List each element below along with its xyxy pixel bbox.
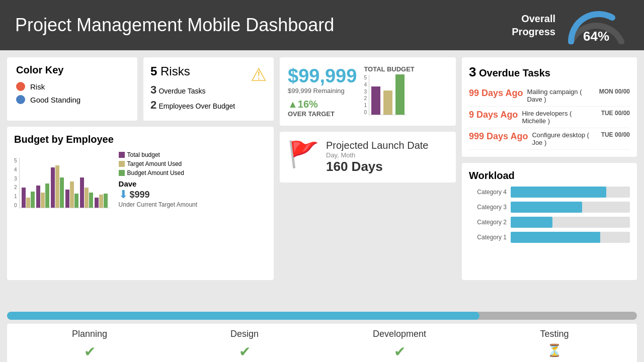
page-title: Project Management Mobile Dashboard <box>15 15 334 36</box>
over-target-label: OVER TARGET <box>288 110 357 118</box>
color-key-card: Color Key Risk Good Standing <box>7 57 137 121</box>
overall-progress: OverallProgress 64% <box>512 7 629 44</box>
total-budget-amount: $99,999 <box>288 65 357 87</box>
stage-design: Design ✔ <box>167 329 322 360</box>
warning-icon: ⚠ <box>251 64 267 85</box>
budget-title: Budget by Employee <box>14 134 267 145</box>
right-column: 3 Overdue Tasks 99 Days Ago Mailing camp… <box>462 57 637 280</box>
overdue-tasks-card: 3 Overdue Tasks 99 Days Ago Mailing camp… <box>462 57 637 157</box>
gauge-percent: 64% <box>564 29 629 44</box>
down-arrow-icon: ⬇ <box>119 188 128 201</box>
progress-label: OverallProgress <box>512 12 555 38</box>
left-top-row: Color Key Risk Good Standing 5 Risks <box>7 57 274 121</box>
stage-progress-bar <box>7 312 637 320</box>
bottom-section: Planning ✔ Design ✔ Development ✔ Testin… <box>0 312 644 362</box>
risks-label: Risks <box>160 64 190 78</box>
budget-legend: Total budget Target Amount Used Budget A… <box>119 149 267 176</box>
budget-content: 012345 <box>14 149 267 208</box>
budget-chart-section: TOTAL BUDGET 012345 <box>364 65 414 115</box>
dave-section: Dave ⬇ $999 Under Current Target Amount <box>119 179 267 208</box>
launch-info: Projected Launch Date Day, Moth 160 Days <box>326 140 428 174</box>
color-key-title: Color Key <box>16 64 128 76</box>
gauge: 64% <box>564 7 629 44</box>
risks-card: 5 Risks 3 Overdue Tasks 2 Employees Over… <box>143 57 274 121</box>
main-content: Color Key Risk Good Standing 5 Risks <box>0 50 644 312</box>
overdue-title: 3 Overdue Tasks <box>469 64 630 80</box>
good-dot <box>16 95 25 104</box>
risk-dot <box>16 82 25 91</box>
good-label: Good Standing <box>30 96 80 104</box>
wl-row-cat4: Category 4 <box>469 187 630 198</box>
stages-container: Planning ✔ Design ✔ Development ✔ Testin… <box>7 324 637 362</box>
over-budget-row: 2 Employees Over Budget <box>150 99 235 112</box>
flag-icon: 🚩 <box>288 140 319 169</box>
budget-employee-card: Budget by Employee 012345 <box>7 127 274 280</box>
risk-label: Risk <box>30 82 45 91</box>
left-column: Color Key Risk Good Standing 5 Risks <box>7 57 274 280</box>
workload-title: Workload <box>469 170 630 182</box>
workload-card: Workload Category 4 Category 3 Category … <box>462 163 637 280</box>
launch-date-card: 🚩 Projected Launch Date Day, Moth 160 Da… <box>280 132 456 183</box>
legend-risk: Risk <box>16 82 128 91</box>
percent-value: ▲16% <box>288 99 357 110</box>
risks-count: 5 <box>150 64 157 78</box>
mini-y-labels: 012345 <box>364 75 368 115</box>
check-icon: ✔ <box>167 343 322 360</box>
stage-development: Development ✔ <box>322 329 477 360</box>
wl-row-cat1: Category 1 <box>469 232 630 243</box>
bar-chart <box>19 158 110 208</box>
task-row: 9 Days Ago Hire developers ( Michelle ) … <box>469 107 630 128</box>
y-axis-labels: 012345 <box>14 158 18 208</box>
overdue-row: 3 Overdue Tasks <box>150 83 235 97</box>
header: Project Management Mobile Dashboard Over… <box>0 0 644 50</box>
legend-good: Good Standing <box>16 95 128 104</box>
task-row: 999 Days Ago Configure desktop ( Joe ) T… <box>469 128 630 150</box>
budget-numbers-card: $99,999 $99,999 Remaining ▲16% OVER TARG… <box>280 57 456 126</box>
task-row: 99 Days Ago Mailing campaign ( Dave ) MO… <box>469 85 630 107</box>
stage-testing: Testing ⏳ <box>477 329 632 360</box>
stage-planning: Planning ✔ <box>12 329 167 360</box>
check-icon: ✔ <box>12 343 167 360</box>
wl-row-cat3: Category 3 <box>469 202 630 213</box>
check-icon: ✔ <box>322 343 477 360</box>
hourglass-icon: ⏳ <box>477 343 632 357</box>
wl-row-cat2: Category 2 <box>469 217 630 228</box>
stage-progress-fill <box>7 312 479 320</box>
mini-bar-chart <box>369 75 407 115</box>
middle-column: $99,999 $99,999 Remaining ▲16% OVER TARG… <box>280 57 456 280</box>
budget-amount-section: $99,999 $99,999 Remaining ▲16% OVER TARG… <box>288 65 357 118</box>
